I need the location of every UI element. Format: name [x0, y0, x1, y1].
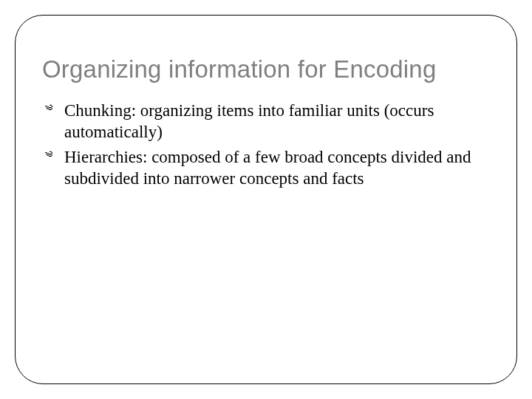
bullet-text: Hierarchies: composed of a few broad con… — [64, 148, 471, 188]
slide-frame: Organizing information for Encoding ༄ Ch… — [15, 15, 517, 384]
bullet-list: ༄ Chunking: organizing items into famili… — [45, 100, 490, 190]
list-item: ༄ Hierarchies: composed of a few broad c… — [45, 146, 490, 190]
bullet-text: Chunking: organizing items into familiar… — [64, 101, 434, 141]
bullet-icon: ༄ — [45, 101, 52, 116]
bullet-icon: ༄ — [45, 148, 52, 163]
list-item: ༄ Chunking: organizing items into famili… — [45, 100, 490, 143]
slide-title: Organizing information for Encoding — [42, 55, 490, 83]
